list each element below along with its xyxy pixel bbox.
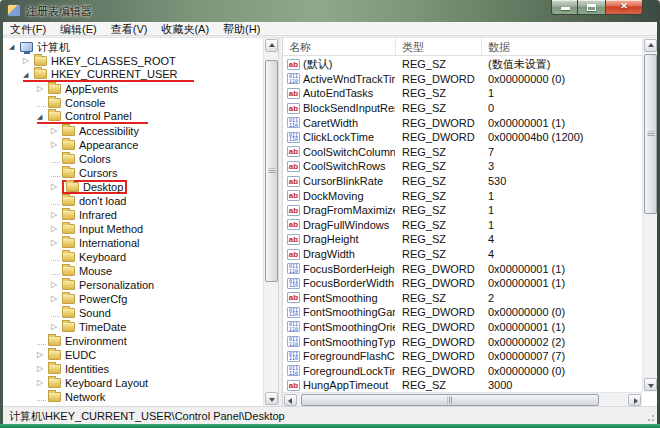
expander-collapsed-icon[interactable] [51,236,62,250]
registry-value-row[interactable]: 011110FontSmoothingGam...REG_DWORD0x0000… [283,305,642,320]
scroll-down-icon[interactable] [644,378,657,391]
list-vertical-scrollbar[interactable] [642,38,657,392]
expander-collapsed-icon[interactable] [37,348,48,362]
registry-value-row[interactable]: abDragWidthREG_SZ4 [283,247,642,262]
menu-help[interactable]: 帮助(H) [216,22,267,36]
expander-collapsed-icon[interactable] [51,320,62,334]
expander-collapsed-icon[interactable] [51,208,62,222]
titlebar[interactable]: 注册表编辑器 [0,0,660,22]
tree-item-hkey-classes-root[interactable]: HKEY_CLASSES_ROOT [3,54,263,68]
list-hscrollbar-thumb[interactable] [301,394,599,406]
tree-item-infrared[interactable]: Infrared [3,208,263,222]
folder-icon [62,266,75,276]
tree-item-appearance[interactable]: Appearance [3,138,263,152]
expander-collapsed-icon[interactable] [37,376,48,390]
column-header-type[interactable]: 类型 [395,38,481,55]
column-header-name[interactable]: 名称 [283,38,395,55]
registry-value-row[interactable]: 011110FontSmoothingOrien...REG_DWORD0x00… [283,320,642,335]
tree-item-hkey-current-user[interactable]: HKEY_CURRENT_USER [3,68,263,82]
tree-scrollbar-thumb[interactable] [265,60,278,282]
scroll-left-icon[interactable] [284,394,297,406]
menu-file[interactable]: 文件(F) [3,22,53,36]
menu-edit[interactable]: 编辑(E) [53,22,104,36]
tree-item-powercfg[interactable]: PowerCfg [3,292,263,306]
minimize-button[interactable] [551,0,578,15]
list-scrollbar-thumb[interactable] [644,54,657,214]
tree-item-sound[interactable]: Sound [3,306,263,320]
registry-value-row[interactable]: ab(默认)REG_SZ(数值未设置) [283,57,642,72]
tree-item-environment[interactable]: Environment [3,334,263,348]
tree-item-core: Identities [48,362,112,376]
expander-expanded-icon[interactable] [9,40,20,54]
tree-item-core: Mouse [62,264,115,278]
registry-value-row[interactable]: abCursorBlinkRateREG_SZ530 [283,174,642,189]
tree-item-keyboard[interactable]: Keyboard [3,250,263,264]
registry-value-row[interactable]: 011110ClickLockTimeREG_DWORD0x000004b0 (… [283,130,642,145]
scroll-up-icon[interactable] [644,39,657,52]
registry-value-row[interactable]: abCoolSwitchColumnsREG_SZ7 [283,145,642,160]
tree-item-personalization[interactable]: Personalization [3,278,263,292]
tree-item-console[interactable]: Console [3,96,263,110]
registry-value-row[interactable]: 011110ActiveWndTrackTim...REG_DWORD0x000… [283,72,642,87]
expander-expanded-icon[interactable] [37,110,48,124]
tree-item-desktop[interactable]: Desktop [3,180,263,194]
list-horizontal-scrollbar[interactable] [283,392,642,406]
registry-value-row[interactable]: abAutoEndTasksREG_SZ1 [283,86,642,101]
expander-collapsed-icon[interactable] [37,82,48,96]
registry-value-row[interactable]: abHungAppTimeoutREG_SZ3000 [283,378,642,393]
expander-collapsed-icon[interactable] [51,138,62,152]
registry-value-row[interactable]: abDragFullWindowsREG_SZ1 [283,218,642,233]
tree-item-identities[interactable]: Identities [3,362,263,376]
close-button[interactable] [605,0,643,15]
registry-value-row[interactable]: abCoolSwitchRowsREG_SZ3 [283,159,642,174]
registry-value-row[interactable]: 011110FocusBorderHeightREG_DWORD0x000000… [283,261,642,276]
expander-collapsed-icon[interactable] [51,292,62,306]
expander-collapsed-icon[interactable] [51,180,62,194]
column-header-data[interactable]: 数据 [481,38,642,55]
registry-value-row[interactable]: 011110CaretWidthREG_DWORD0x00000001 (1) [283,115,642,130]
registry-value-row[interactable]: abDragFromMaximizeREG_SZ1 [283,203,642,218]
tree-vertical-scrollbar[interactable] [263,38,278,406]
tree-item-node[interactable]: 计算机 [3,40,263,54]
menu-favorites[interactable]: 收藏夹(A) [154,22,216,36]
tree-item-timedate[interactable]: TimeDate [3,320,263,334]
resize-grip[interactable] [645,412,655,422]
tree-item-appevents[interactable]: AppEvents [3,82,263,96]
registry-value-row[interactable]: 011110ForegroundLockTim...REG_DWORD0x000… [283,363,642,378]
registry-value-row[interactable]: abDockMovingREG_SZ1 [283,188,642,203]
registry-value-row[interactable]: 011110ForegroundFlashCo...REG_DWORD0x000… [283,349,642,364]
tree-item-mouse[interactable]: Mouse [3,264,263,278]
tree-item-don-t-load[interactable]: don't load [3,194,263,208]
registry-value-row[interactable]: abBlockSendInputResetsREG_SZ0 [283,101,642,116]
tree-connector [51,197,60,205]
tree-item-cursors[interactable]: Cursors [3,166,263,180]
folder-icon [62,238,75,248]
scroll-down-icon[interactable] [265,392,278,405]
maximize-button[interactable] [578,0,605,15]
tree-item-input-method[interactable]: Input Method [3,222,263,236]
tree-item-colors[interactable]: Colors [3,152,263,166]
value-type: REG_SZ [395,233,481,245]
expander-expanded-icon[interactable] [23,68,34,82]
value-type: REG_SZ [395,292,481,304]
tree-item-control-panel[interactable]: Control Panel [3,110,263,124]
expander-collapsed-icon[interactable] [37,362,48,376]
tree-item-accessibility[interactable]: Accessibility [3,124,263,138]
expander-collapsed-icon[interactable] [51,124,62,138]
registry-value-row[interactable]: 011110FontSmoothingTypeREG_DWORD0x000000… [283,334,642,349]
registry-value-row[interactable]: abDragHeightREG_SZ4 [283,232,642,247]
tree-item-eudc[interactable]: EUDC [3,348,263,362]
menu-view[interactable]: 查看(V) [104,22,155,36]
scroll-right-icon[interactable] [628,394,641,406]
tree-item-network[interactable]: Network [3,390,263,404]
value-name: DragFromMaximize [303,204,395,216]
scroll-up-icon[interactable] [265,39,278,52]
expander-collapsed-icon[interactable] [23,54,34,68]
expander-collapsed-icon[interactable] [51,222,62,236]
registry-value-row[interactable]: 011110FocusBorderWidthREG_DWORD0x0000000… [283,276,642,291]
registry-value-row[interactable]: abFontSmoothingREG_SZ2 [283,291,642,306]
value-name-cell: abCursorBlinkRate [283,175,395,187]
tree-item-keyboard-layout[interactable]: Keyboard Layout [3,376,263,390]
tree-item-international[interactable]: International [3,236,263,250]
expander-collapsed-icon[interactable] [51,278,62,292]
